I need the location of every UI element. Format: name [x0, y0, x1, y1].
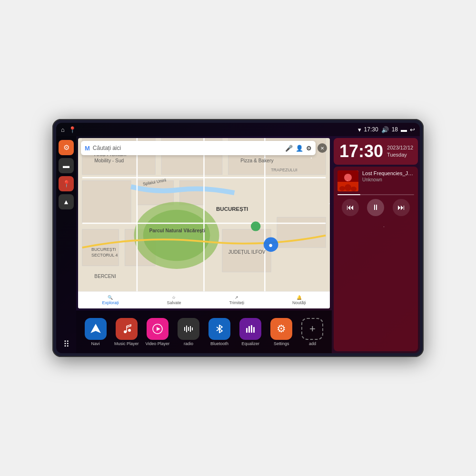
nav-icon: ▲ [63, 198, 69, 206]
svg-point-52 [351, 187, 357, 191]
app-bluetooth[interactable]: Bluetooth [205, 318, 234, 346]
svg-text:BERCENI: BERCENI [94, 274, 116, 279]
battery-icon: ▬ [401, 126, 407, 133]
search-placeholder[interactable]: Căutați aici [93, 145, 282, 151]
add-label: add [309, 341, 316, 346]
settings-label: Settings [274, 341, 289, 346]
map-close-button[interactable]: ✕ [317, 143, 327, 153]
app-equalizer[interactable]: Equalizer [236, 318, 265, 346]
clock-widget: 17:30 2023/12/12 Tuesday [334, 138, 418, 165]
svg-text:BUCUREȘTI: BUCUREȘTI [216, 206, 248, 212]
next-button[interactable]: ⏭ [393, 199, 410, 216]
music-controls: ⏮ ⏸ ⏭ [337, 199, 414, 216]
clock-time: 17:30 [339, 143, 383, 160]
add-icon: + [301, 318, 323, 340]
svg-point-48 [344, 174, 352, 181]
wifi-icon: ▾ [358, 126, 361, 133]
news-icon: 🔔 [297, 295, 302, 300]
apps-grid-button[interactable]: ⠿ [63, 339, 69, 349]
equalizer-label: Equalizer [241, 341, 259, 346]
settings-icon: ⚙ [270, 318, 292, 340]
battery-level: 18 [392, 126, 398, 133]
home-icon[interactable]: ⌂ [61, 126, 65, 133]
account-icon[interactable]: 👤 [296, 145, 303, 152]
back-icon[interactable]: ↩ [410, 126, 415, 133]
svg-point-50 [339, 186, 345, 191]
settings-map-icon[interactable]: ⚙ [306, 145, 312, 152]
sidebar-item-navigation[interactable]: ▲ [59, 194, 74, 209]
gear-icon: ⚙ [63, 143, 69, 152]
news-label: Noutăți [292, 300, 306, 305]
clock-date: 2023/12/12 Tuesday [387, 144, 413, 159]
svg-text:JUDEȚUL ILFOV: JUDEȚUL ILFOV [228, 249, 266, 255]
microphone-icon[interactable]: 🎤 [285, 145, 293, 152]
music-artist: Unknown [362, 177, 414, 182]
equalizer-icon [239, 318, 261, 340]
grid-icon: ⠿ [63, 339, 69, 349]
svg-rect-45 [251, 325, 252, 333]
volume-icon: 🔊 [381, 126, 389, 133]
navi-label: Navi [91, 341, 100, 346]
play-pause-button[interactable]: ⏸ [367, 199, 384, 216]
status-bar: ⌂ 📍 ▾ 17:30 🔊 18 ▬ ↩ [56, 123, 420, 136]
sidebar-item-settings[interactable]: ⚙ [59, 140, 74, 155]
files-icon: ▬ [63, 162, 69, 169]
svg-rect-46 [253, 327, 255, 333]
bluetooth-icon [208, 318, 230, 340]
google-maps-logo: M [85, 145, 90, 152]
music-title: Lost Frequencies_Janie... [362, 170, 414, 176]
music-player-label: Music Player [114, 341, 139, 346]
svg-rect-10 [277, 217, 326, 248]
sidebar-item-files[interactable]: ▬ [59, 158, 74, 173]
status-left: ⌂ 📍 [61, 126, 76, 133]
map-share-button[interactable]: ↗ Trimiteți [229, 295, 244, 305]
svg-text:SECTORUL 4: SECTORUL 4 [91, 253, 118, 258]
app-add[interactable]: + add [298, 318, 327, 346]
svg-marker-33 [90, 324, 101, 333]
svg-marker-37 [157, 327, 160, 331]
svg-point-34 [124, 330, 127, 333]
svg-point-32 [251, 221, 260, 231]
svg-rect-4 [82, 181, 131, 224]
music-progress-bar[interactable] [337, 194, 414, 195]
map-saved-button[interactable]: ☆ Salvate [167, 295, 181, 305]
explore-icon: 🔍 [108, 295, 113, 300]
map-icon: 📍 [62, 180, 70, 188]
svg-rect-44 [248, 326, 250, 333]
svg-rect-6 [179, 181, 204, 205]
status-right: ▾ 17:30 🔊 18 ▬ ↩ [358, 126, 415, 133]
screen: ⌂ 📍 ▾ 17:30 🔊 18 ▬ ↩ ⚙ ▬ [56, 123, 420, 353]
map-news-button[interactable]: 🔔 Noutăți [292, 295, 306, 305]
app-radio[interactable]: radio [174, 318, 203, 346]
map-container[interactable]: AXIS Premium Mobility - Sud Splaiui Unir… [78, 138, 330, 308]
device: ⌂ 📍 ▾ 17:30 🔊 18 ▬ ↩ ⚙ ▬ [52, 119, 424, 357]
music-widget: Lost Frequencies_Janie... Unknown ⏮ ⏸ ⏭ [334, 167, 418, 351]
svg-rect-43 [246, 328, 248, 333]
sidebar-item-maps[interactable]: 📍 [59, 176, 74, 191]
svg-text:TRAPEZULUI: TRAPEZULUI [271, 168, 298, 172]
album-art [337, 170, 358, 191]
svg-point-51 [345, 184, 351, 191]
app-music-player[interactable]: Music Player [112, 318, 141, 346]
svg-text:Mobility - Sud: Mobility - Sud [94, 158, 124, 163]
app-settings[interactable]: ⚙ Settings [267, 318, 296, 346]
prev-button[interactable]: ⏮ [342, 199, 359, 216]
sidebar: ⚙ ▬ 📍 ▲ ⠿ [56, 136, 76, 353]
map-svg: AXIS Premium Mobility - Sud Splaiui Unir… [78, 138, 330, 308]
map-pin-icon: 📍 [69, 126, 76, 133]
navi-icon [85, 318, 107, 340]
saved-label: Salvate [167, 300, 181, 305]
map-background: AXIS Premium Mobility - Sud Splaiui Unir… [78, 138, 330, 308]
map-search-bar[interactable]: M Căutați aici 🎤 👤 ⚙ [81, 141, 316, 155]
video-player-label: Video Player [145, 341, 169, 346]
app-video-player[interactable]: Video Player [143, 318, 172, 346]
music-player-icon [116, 318, 138, 340]
video-player-icon [147, 318, 169, 340]
svg-text:●: ● [268, 241, 273, 249]
radio-icon [178, 318, 199, 340]
map-bottom-bar: 🔍 Explorați ☆ Salvate ↗ Trimiteți [78, 291, 330, 308]
share-icon: ↗ [235, 295, 238, 300]
app-navi[interactable]: Navi [81, 318, 110, 346]
clock-date-value: 2023/12/12 [387, 144, 413, 151]
map-explore-button[interactable]: 🔍 Explorați [102, 295, 119, 305]
